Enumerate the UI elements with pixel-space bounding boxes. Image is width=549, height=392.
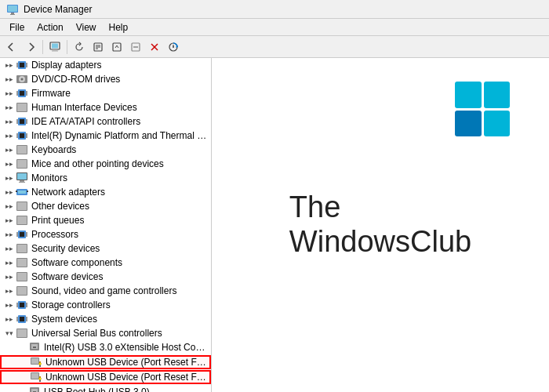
svg-rect-106 bbox=[17, 329, 27, 337]
tree-arrow-keyboards[interactable]: ▸ bbox=[3, 143, 16, 156]
tree-arrow-monitors[interactable]: ▸ bbox=[3, 172, 16, 184]
icon-dvd-rom bbox=[16, 73, 28, 85]
tree-item-network-adapters[interactable]: ▸ Network adapters bbox=[0, 185, 211, 199]
tree-item-software-devices[interactable]: ▸ Software devices bbox=[0, 270, 211, 284]
tree-item-processors[interactable]: ▸ Processors bbox=[0, 227, 211, 241]
svg-rect-111 bbox=[31, 358, 38, 364]
tree-arrow-unknown-usb-2[interactable] bbox=[17, 371, 30, 383]
properties-button[interactable] bbox=[89, 38, 107, 56]
menu-action[interactable]: Action bbox=[31, 20, 69, 34]
svg-point-30 bbox=[21, 78, 24, 81]
refresh-button[interactable] bbox=[71, 38, 88, 56]
tree-arrow-firmware[interactable]: ▸ bbox=[3, 87, 16, 100]
tree-arrow-intel-usb[interactable] bbox=[16, 341, 28, 354]
tree-arrow-software-components[interactable]: ▸ bbox=[3, 256, 16, 269]
disable-button[interactable] bbox=[127, 38, 144, 56]
computer-icon-btn[interactable] bbox=[46, 38, 64, 56]
icon-other-devices bbox=[16, 200, 28, 212]
svg-rect-98 bbox=[20, 317, 24, 321]
icon-firmware bbox=[16, 87, 28, 100]
tree-item-other-devices[interactable]: ▸ Other devices bbox=[0, 199, 211, 213]
svg-rect-70 bbox=[17, 202, 27, 210]
back-button[interactable] bbox=[3, 38, 20, 56]
icon-storage-controllers bbox=[16, 299, 28, 311]
uninstall-button[interactable] bbox=[146, 38, 163, 56]
icon-mice bbox=[16, 158, 28, 170]
watermark: The WindowsClub bbox=[289, 191, 471, 259]
tree-item-intel-usb[interactable]: Intel(R) USB 3.0 eXtensible Host Control… bbox=[0, 340, 211, 354]
tree-item-display-adapters[interactable]: ▸ Display adapters bbox=[0, 58, 211, 72]
tree-item-unknown-usb-2[interactable]: ! Unknown USB Device (Port Reset Failed) bbox=[0, 370, 211, 384]
tree-item-system-devices[interactable]: ▸ System devices bbox=[0, 312, 211, 326]
tree-item-intel-thermal[interactable]: ▸ Intel(R) Dynamic Platform and Thermal … bbox=[0, 129, 211, 143]
tree-arrow-unknown-usb-1[interactable] bbox=[17, 356, 30, 368]
svg-rect-109 bbox=[33, 347, 36, 348]
tree-arrow-software-devices[interactable]: ▸ bbox=[3, 270, 16, 283]
tree-item-sound-video[interactable]: ▸ Sound, video and game controllers bbox=[0, 284, 211, 298]
icon-software-components bbox=[16, 256, 28, 269]
svg-rect-90 bbox=[20, 303, 24, 307]
forward-button[interactable] bbox=[22, 38, 39, 56]
tree-item-print-queues[interactable]: ▸ Print queues bbox=[0, 213, 211, 227]
tree-item-hid[interactable]: ▸ Human Interface Devices bbox=[0, 100, 211, 114]
icon-keyboards bbox=[16, 143, 28, 156]
update-driver-button[interactable] bbox=[108, 38, 125, 56]
tree-item-software-components[interactable]: ▸ Software components bbox=[0, 256, 211, 270]
tree-arrow-security-devices[interactable]: ▸ bbox=[3, 242, 16, 255]
icon-usb-controllers bbox=[16, 327, 28, 339]
tree-item-mice[interactable]: ▸ Mice and other pointing devices bbox=[0, 157, 211, 171]
icon-intel-usb bbox=[28, 341, 41, 354]
svg-rect-74 bbox=[20, 232, 24, 237]
tree-item-firmware[interactable]: ▸ Firmware bbox=[0, 86, 211, 100]
tree-item-unknown-usb-1[interactable]: ! Unknown USB Device (Port Reset Failed) bbox=[0, 355, 211, 369]
tree-item-ide[interactable]: ▸ IDE ATA/ATAPI controllers bbox=[0, 114, 211, 129]
menu-help[interactable]: Help bbox=[103, 20, 135, 34]
svg-point-19 bbox=[173, 46, 174, 48]
icon-security-devices bbox=[16, 242, 28, 255]
tree-arrow-display-adapters[interactable]: ▸ bbox=[3, 59, 16, 71]
tree-item-usb-root-hub[interactable]: USB Root Hub (USB 3.0) bbox=[0, 385, 211, 392]
tree-arrow-usb-root-hub[interactable] bbox=[16, 386, 28, 392]
tree-item-usb-controllers[interactable]: ▾ Universal Serial Bus controllers bbox=[0, 326, 211, 340]
tree-item-monitors[interactable]: ▸ Monitors bbox=[0, 171, 211, 185]
tree-item-keyboards[interactable]: ▸ Keyboards bbox=[0, 143, 211, 157]
svg-rect-58 bbox=[17, 146, 27, 154]
tree-arrow-storage-controllers[interactable]: ▸ bbox=[3, 299, 16, 311]
svg-rect-5 bbox=[52, 43, 58, 48]
svg-rect-68 bbox=[27, 191, 28, 192]
title-bar: Device Manager bbox=[0, 0, 549, 19]
watermark-line2: WindowsClub bbox=[289, 225, 471, 258]
menu-view[interactable]: View bbox=[70, 20, 103, 34]
tree-arrow-print-queues[interactable]: ▸ bbox=[3, 214, 16, 227]
tree-arrow-hid[interactable]: ▸ bbox=[3, 101, 16, 114]
scan-button[interactable] bbox=[165, 38, 182, 56]
menu-file[interactable]: File bbox=[3, 20, 31, 34]
tree-arrow-network-adapters[interactable]: ▸ bbox=[3, 186, 16, 198]
icon-processors bbox=[16, 228, 28, 241]
tree-item-security-devices[interactable]: ▸ Security devices bbox=[0, 241, 211, 256]
tree-arrow-intel-thermal[interactable]: ▸ bbox=[3, 129, 16, 142]
tree-arrow-other-devices[interactable]: ▸ bbox=[3, 200, 16, 212]
watermark-line1: The bbox=[289, 191, 340, 223]
tree-arrow-ide[interactable]: ▸ bbox=[3, 115, 16, 128]
svg-rect-66 bbox=[18, 191, 26, 194]
icon-unknown-usb-1: ! bbox=[30, 356, 42, 368]
tree-arrow-usb-controllers[interactable]: ▾ bbox=[3, 327, 16, 339]
tree-arrow-processors[interactable]: ▸ bbox=[3, 228, 16, 241]
tree-arrow-system-devices[interactable]: ▸ bbox=[3, 313, 16, 325]
svg-rect-86 bbox=[17, 273, 27, 281]
tree-item-storage-controllers[interactable]: ▸ Storage controllers bbox=[0, 298, 211, 312]
tree-arrow-dvd-rom[interactable]: ▸ bbox=[3, 73, 16, 85]
tree-arrow-sound-video[interactable]: ▸ bbox=[3, 285, 16, 297]
tree-arrow-mice[interactable]: ▸ bbox=[3, 158, 16, 170]
svg-rect-50 bbox=[20, 133, 24, 138]
toolbar-separator-1 bbox=[42, 40, 43, 54]
tree-panel[interactable]: ▸ Display adapters▸ DVD/CD-ROM drives▸ bbox=[0, 58, 212, 392]
label-keyboards: Keyboards bbox=[31, 144, 76, 155]
label-usb-root-hub: USB Root Hub (USB 3.0) bbox=[44, 387, 150, 392]
label-system-devices: System devices bbox=[31, 314, 97, 325]
tree-item-dvd-rom[interactable]: ▸ DVD/CD-ROM drives bbox=[0, 72, 211, 86]
icon-ide bbox=[16, 115, 28, 128]
svg-rect-84 bbox=[17, 259, 27, 267]
label-ide: IDE ATA/ATAPI controllers bbox=[31, 116, 140, 127]
